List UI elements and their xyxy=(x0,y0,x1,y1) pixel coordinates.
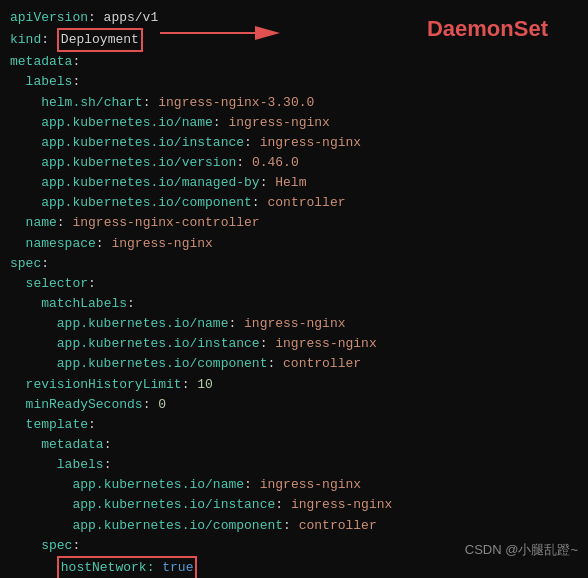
daemonset-label: DaemonSet xyxy=(427,12,548,46)
code-line-25: app.kubernetes.io/instance: ingress-ngin… xyxy=(10,495,578,515)
code-line-24: app.kubernetes.io/name: ingress-nginx xyxy=(10,475,578,495)
kind-highlight: Deployment xyxy=(57,28,143,52)
code-line-20: minReadySeconds: 0 xyxy=(10,395,578,415)
code-line-16: app.kubernetes.io/name: ingress-nginx xyxy=(10,314,578,334)
code-line-22: metadata: xyxy=(10,435,578,455)
code-line-3: metadata: xyxy=(10,52,578,72)
hostnetwork-highlight: hostNetwork: true xyxy=(57,556,198,578)
code-line-18: app.kubernetes.io/component: controller xyxy=(10,354,578,374)
code-line-17: app.kubernetes.io/instance: ingress-ngin… xyxy=(10,334,578,354)
code-line-6: app.kubernetes.io/name: ingress-nginx xyxy=(10,113,578,133)
arrow-indicator xyxy=(160,18,280,48)
code-line-13: spec: xyxy=(10,254,578,274)
code-line-9: app.kubernetes.io/managed-by: Helm xyxy=(10,173,578,193)
code-line-23: labels: xyxy=(10,455,578,475)
code-line-21: template: xyxy=(10,415,578,435)
code-line-14: selector: xyxy=(10,274,578,294)
code-editor: DaemonSet apiVersion: apps/v1 kind: Depl… xyxy=(0,0,588,578)
code-line-19: revisionHistoryLimit: 10 xyxy=(10,375,578,395)
code-line-7: app.kubernetes.io/instance: ingress-ngin… xyxy=(10,133,578,153)
code-line-11: name: ingress-nginx-controller xyxy=(10,213,578,233)
code-line-26: app.kubernetes.io/component: controller xyxy=(10,516,578,536)
code-line-12: namespace: ingress-nginx xyxy=(10,234,578,254)
svg-marker-1 xyxy=(255,26,280,40)
watermark: CSDN @小腿乱蹬~ xyxy=(465,540,578,560)
code-line-10: app.kubernetes.io/component: controller xyxy=(10,193,578,213)
code-line-5: helm.sh/chart: ingress-nginx-3.30.0 xyxy=(10,93,578,113)
code-line-4: labels: xyxy=(10,72,578,92)
code-line-8: app.kubernetes.io/version: 0.46.0 xyxy=(10,153,578,173)
code-line-15: matchLabels: xyxy=(10,294,578,314)
